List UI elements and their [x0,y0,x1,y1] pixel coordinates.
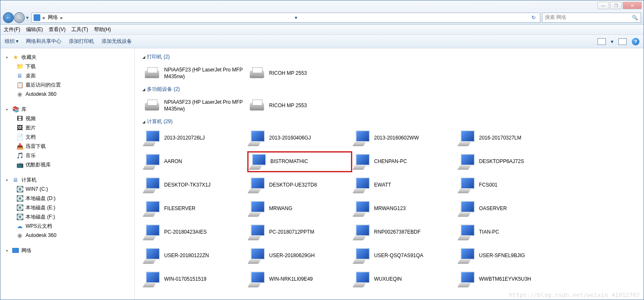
sidebar-item-youku[interactable]: 📺优酷影视库 [0,160,134,169]
sidebar-item-pictures[interactable]: 🖼图片 [0,123,134,132]
computer-item[interactable]: USER-QSQ7AS91QA [352,245,457,266]
computer-item[interactable]: EWATT [352,175,457,196]
sidebar-item-drive-f[interactable]: 💽本地磁盘 (F:) [0,212,134,221]
printer-item[interactable]: RICOH MP 2553 [247,63,352,84]
forward-button[interactable]: → [14,12,25,23]
search-box[interactable]: 搜索 网络 🔍 [542,13,641,23]
minimize-button[interactable]: — [597,2,609,9]
computer-icon: 🖥 [12,176,19,183]
autodesk-icon: ◉ [16,232,23,239]
item-label: NPIAA5F23 (HP LaserJet Pro MFP M435nw) [164,99,246,112]
computer-item[interactable]: CHENPAN-PC [352,151,457,172]
preview-pane-button[interactable] [618,38,627,45]
menu-edit[interactable]: 编辑(E) [26,26,43,33]
computer-item[interactable]: BISTROMATHIC [247,151,352,172]
computer-icon [248,247,266,265]
organize-button[interactable]: 组织 ▾ [5,38,18,45]
printer-item[interactable]: NPIAA5F23 (HP LaserJet Pro MFP M435nw) [142,63,247,84]
sidebar-network[interactable]: ▸ 网络 [0,246,134,255]
close-button[interactable]: ✕ [623,2,642,9]
navigation-pane: ▸★ 收藏夹 📁下载 🖥桌面 📋最近访问的位置 ◉Autodesk 360 ▸📚… [0,48,135,300]
menu-tools[interactable]: 工具(T) [71,26,88,33]
item-label: USER-20180122ZN [164,253,209,259]
back-button[interactable]: ← [3,12,14,23]
sidebar-item-drive-c[interactable]: 💽WIN7 (C:) [0,184,134,194]
computer-item[interactable]: TIAN-PC [457,222,562,243]
computer-item[interactable]: USER-20180122ZN [142,245,247,266]
computer-item[interactable]: WIN-NRK1LI09E49 [247,269,352,290]
sidebar-item-drive-d[interactable]: 💽本地磁盘 (D:) [0,194,134,203]
computer-item[interactable]: DESKTOP-TK37X1J [142,175,247,196]
address-dropdown[interactable]: ▾ [292,15,300,21]
sidebar-item-recent[interactable]: 📋最近访问的位置 [0,80,134,89]
add-wireless-button[interactable]: 添加无线设备 [102,38,132,45]
computer-item[interactable]: DESKTOP-UE32TD8 [247,175,352,196]
group-header[interactable]: ◢ 计算机 (29) [136,116,642,128]
computer-item[interactable]: AARON [142,151,247,172]
group-header[interactable]: ◢ 打印机 (2) [136,52,642,63]
view-dropdown[interactable]: ▾ [611,39,613,45]
computer-item[interactable]: USER-SFNEL9BJIG [457,245,562,266]
sidebar-item-documents[interactable]: 📄文档 [0,132,134,142]
sidebar-item-autodesk[interactable]: ◉Autodesk 360 [0,89,134,99]
computer-item[interactable]: 2013-20160406GJ [247,128,352,149]
item-label: 2013-20120726LJ [164,135,205,142]
computer-item[interactable]: MRWANG [247,198,352,219]
computer-icon [248,176,266,194]
computer-item[interactable]: 2016-20170327LM [457,128,562,149]
sidebar-item-downloads[interactable]: 📁下载 [0,62,134,71]
menu-help[interactable]: 帮助(H) [94,26,111,33]
computer-item[interactable]: WWBTM61EYVK5U3H [457,269,562,290]
printer-item[interactable]: NPIAA5F23 (HP LaserJet Pro MFP M435nw) [142,95,247,116]
group-header[interactable]: ◢ 多功能设备 (2) [136,84,642,95]
computer-item[interactable]: WIN-01705151519 [142,269,247,290]
computer-item[interactable]: WUXUEQIN [352,269,457,290]
computer-icon [143,224,161,241]
add-printer-button[interactable]: 添加打印机 [69,38,94,45]
network-center-button[interactable]: 网络和共享中心 [26,38,61,45]
computer-item[interactable]: DESKTOPP6AJ72S [457,151,562,172]
printer-item[interactable]: RICOH MP 2553 [247,95,352,116]
sidebar-computer[interactable]: ▸🖥 计算机 [0,175,134,184]
refresh-button[interactable]: ↻ [529,15,538,21]
computer-item[interactable]: OASERVER [457,198,562,219]
sidebar-item-drive-e[interactable]: 💽本地磁盘 (E:) [0,203,134,212]
menu-file[interactable]: 文件(F) [4,26,20,33]
item-label: DESKTOP-TK37X1J [164,182,210,189]
printer-icon [143,97,161,115]
sidebar-item-autodesk2[interactable]: ◉Autodesk 360 [0,231,134,240]
computer-item[interactable]: MRWANG123 [352,198,457,219]
computer-icon [353,129,371,147]
view-mode-button[interactable] [597,38,606,45]
computer-item[interactable]: PC-20180712PPTM [247,222,352,243]
history-dropdown[interactable]: ▾ [25,12,30,23]
sidebar-libraries[interactable]: ▸📚 库 [0,105,134,114]
address-bar[interactable]: ▸ 网络 ▸ ▾ ↻ [31,13,540,23]
computer-item[interactable]: PC-20180423AIES [142,222,247,243]
sidebar-item-music[interactable]: 🎵音乐 [0,151,134,160]
computer-icon [458,200,476,218]
sidebar-item-videos[interactable]: 🎞视频 [0,114,134,123]
sidebar-item-thunder[interactable]: 📥迅雷下载 [0,142,134,151]
menu-view[interactable]: 查看(V) [49,26,65,33]
item-label: WUXUEQIN [374,276,402,283]
item-label: CHENPAN-PC [374,158,407,165]
sidebar-favorites[interactable]: ▸★ 收藏夹 [0,53,134,62]
computer-item[interactable]: USER-20180629GH [247,245,352,266]
computer-item[interactable]: FCS001 [457,175,562,196]
computer-item[interactable]: 2013-20120726LJ [142,128,247,149]
computer-item[interactable]: 2013-20160602WW [352,128,457,149]
search-icon[interactable]: 🔍 [632,15,638,21]
content-pane: ◢ 打印机 (2)NPIAA5F23 (HP LaserJet Pro MFP … [135,48,644,300]
help-button[interactable]: ? [632,38,639,45]
sidebar-item-desktop[interactable]: 🖥桌面 [0,71,134,80]
breadcrumb-sep2[interactable]: ▸ [60,15,63,21]
computer-item[interactable]: FILESERVER [142,198,247,219]
computer-item[interactable]: RNP00267387EBDF [352,222,457,243]
item-label: USER-20180629GH [269,253,315,259]
breadcrumb-location[interactable]: 网络 [48,14,58,21]
computer-icon [248,200,266,218]
item-label: DESKTOPP6AJ72S [479,158,524,165]
maximize-button[interactable]: ❐ [610,2,622,9]
sidebar-item-wps[interactable]: ☁WPS云文档 [0,221,134,231]
